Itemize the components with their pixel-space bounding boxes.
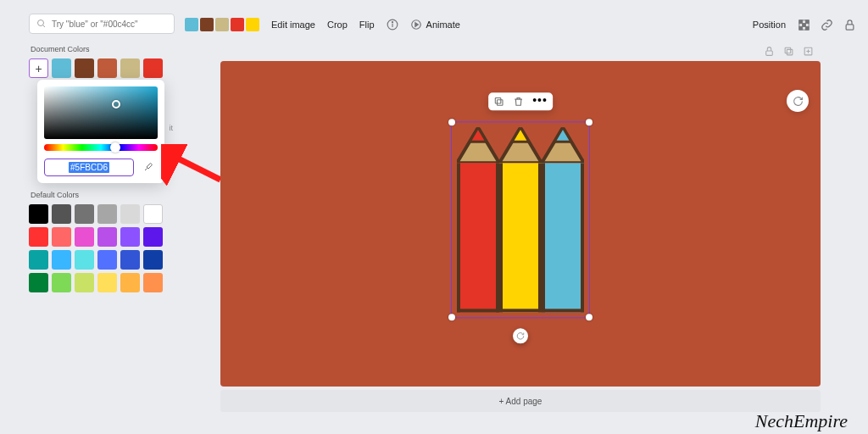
default-swatch[interactable] bbox=[75, 227, 94, 247]
svg-rect-12 bbox=[799, 26, 803, 30]
toolbar-swatch[interactable] bbox=[185, 18, 198, 31]
selection: ••• bbox=[451, 121, 590, 318]
default-swatch[interactable] bbox=[52, 204, 71, 224]
default-swatch[interactable] bbox=[120, 250, 140, 270]
edit-image-button[interactable]: Edit image bbox=[271, 19, 315, 30]
svg-rect-14 bbox=[846, 24, 854, 29]
transparency-icon[interactable] bbox=[798, 19, 810, 31]
doc-swatch[interactable] bbox=[120, 58, 140, 78]
crop-button[interactable]: Crop bbox=[327, 19, 348, 30]
design-canvas[interactable]: ••• bbox=[220, 61, 821, 387]
animate-icon bbox=[410, 19, 422, 31]
svg-rect-22 bbox=[495, 98, 501, 104]
gradient-handle[interactable] bbox=[112, 100, 120, 108]
svg-rect-9 bbox=[799, 19, 803, 23]
default-swatch[interactable] bbox=[29, 273, 48, 292]
doc-swatch[interactable] bbox=[143, 58, 163, 78]
default-swatch[interactable] bbox=[143, 227, 163, 247]
toolbar-swatch[interactable] bbox=[246, 18, 259, 31]
hex-input[interactable]: #5FBCD6 bbox=[44, 159, 134, 176]
default-swatch[interactable] bbox=[143, 204, 163, 224]
default-swatch[interactable] bbox=[143, 273, 163, 292]
pencils-graphic bbox=[457, 127, 584, 312]
lock-page-icon[interactable] bbox=[764, 46, 775, 57]
rotate-handle[interactable] bbox=[513, 328, 528, 343]
default-swatch[interactable] bbox=[97, 227, 117, 247]
document-colors-label: Document Colors bbox=[31, 45, 175, 53]
toolbar-swatch[interactable] bbox=[215, 18, 229, 31]
default-swatch[interactable] bbox=[120, 227, 140, 247]
flip-button[interactable]: Flip bbox=[359, 19, 375, 30]
edit-truncated-label: it bbox=[170, 124, 174, 132]
hue-handle[interactable] bbox=[110, 142, 120, 153]
default-swatch[interactable] bbox=[29, 250, 48, 270]
add-color-swatch[interactable]: + bbox=[29, 58, 48, 78]
info-icon[interactable] bbox=[387, 19, 398, 31]
svg-rect-15 bbox=[766, 51, 773, 55]
default-swatch[interactable] bbox=[75, 273, 94, 292]
watermark: NechEmpire bbox=[755, 410, 848, 432]
toolbar-swatch[interactable] bbox=[200, 18, 214, 31]
default-swatch[interactable] bbox=[29, 227, 48, 247]
default-swatch[interactable] bbox=[97, 204, 117, 224]
color-picker-popover: #5FBCD6 it bbox=[37, 80, 164, 183]
svg-point-6 bbox=[392, 22, 392, 23]
doc-swatch[interactable] bbox=[52, 58, 71, 78]
default-swatch[interactable] bbox=[75, 204, 94, 224]
document-swatches: + bbox=[29, 58, 175, 78]
default-swatch[interactable] bbox=[120, 273, 140, 292]
color-search-box[interactable] bbox=[29, 14, 175, 34]
default-swatch[interactable] bbox=[75, 250, 94, 270]
resize-handle-tl[interactable] bbox=[448, 119, 455, 125]
link-icon[interactable] bbox=[821, 19, 833, 31]
element-float-menu: ••• bbox=[488, 92, 553, 110]
svg-point-0 bbox=[38, 20, 44, 26]
top-toolbar: Edit image Crop Flip Animate Position bbox=[185, 12, 856, 37]
animate-button[interactable]: Animate bbox=[410, 19, 460, 31]
more-icon[interactable]: ••• bbox=[532, 96, 548, 107]
search-icon bbox=[36, 19, 47, 29]
pencil bbox=[542, 127, 584, 312]
position-button[interactable]: Position bbox=[753, 19, 786, 30]
resize-handle-br[interactable] bbox=[586, 314, 593, 320]
svg-rect-17 bbox=[785, 47, 791, 53]
svg-rect-16 bbox=[787, 49, 793, 55]
default-swatch[interactable] bbox=[143, 250, 163, 270]
hue-slider[interactable] bbox=[44, 144, 158, 151]
add-section-icon[interactable] bbox=[803, 46, 814, 57]
eyedropper-button[interactable] bbox=[139, 158, 158, 176]
default-swatch[interactable] bbox=[52, 227, 71, 247]
svg-rect-21 bbox=[497, 100, 503, 105]
svg-rect-13 bbox=[805, 26, 809, 30]
toolbar-swatches bbox=[185, 18, 259, 31]
copy-icon[interactable] bbox=[493, 96, 504, 107]
default-swatch[interactable] bbox=[120, 204, 140, 224]
pencil bbox=[499, 127, 542, 312]
default-swatch[interactable] bbox=[29, 204, 48, 224]
add-page-button[interactable]: + Add page bbox=[220, 390, 821, 412]
default-colors-label: Default Colors bbox=[31, 191, 175, 199]
page-actions bbox=[764, 46, 814, 57]
reset-rotate-button[interactable] bbox=[787, 90, 809, 112]
default-swatch[interactable] bbox=[97, 273, 117, 292]
svg-rect-11 bbox=[803, 23, 806, 26]
default-swatches bbox=[29, 204, 177, 292]
saturation-gradient[interactable] bbox=[44, 86, 158, 139]
resize-handle-bl[interactable] bbox=[448, 314, 455, 320]
color-search-input[interactable] bbox=[52, 19, 167, 29]
default-swatch[interactable] bbox=[52, 250, 71, 270]
default-swatch[interactable] bbox=[52, 273, 71, 292]
duplicate-page-icon[interactable] bbox=[783, 46, 794, 57]
lock-icon[interactable] bbox=[843, 19, 856, 31]
canvas-area: ••• bbox=[185, 42, 856, 392]
pencil bbox=[457, 127, 499, 312]
default-swatch[interactable] bbox=[97, 250, 117, 270]
resize-handle-tr[interactable] bbox=[586, 119, 593, 125]
doc-swatch[interactable] bbox=[97, 58, 117, 78]
svg-line-1 bbox=[43, 25, 46, 28]
selection-box[interactable] bbox=[451, 121, 590, 318]
toolbar-swatch[interactable] bbox=[231, 18, 244, 31]
doc-swatch[interactable] bbox=[75, 58, 94, 78]
animate-label: Animate bbox=[426, 19, 460, 30]
delete-icon[interactable] bbox=[513, 96, 524, 107]
